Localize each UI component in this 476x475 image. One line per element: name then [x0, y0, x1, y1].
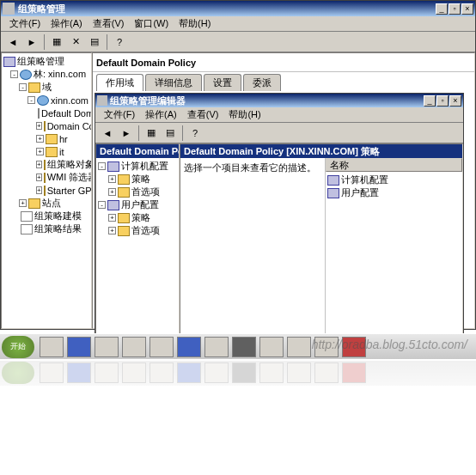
ou-icon [46, 147, 58, 157]
delete-button[interactable]: ✕ [67, 33, 84, 51]
close-button[interactable]: × [461, 3, 473, 15]
task-item[interactable] [67, 337, 91, 357]
outer-titlebar[interactable]: 组策略管理 _ ▫ × [1, 1, 475, 16]
minimize-button[interactable]: _ [436, 3, 448, 15]
expand-wmi[interactable]: + [36, 174, 42, 181]
editor-forward-button[interactable]: ► [118, 125, 135, 142]
tree-item-4[interactable]: 组策略对象 [47, 158, 92, 171]
expand-domain[interactable]: - [27, 96, 35, 104]
editor-maximize-button[interactable]: ▫ [436, 95, 449, 107]
menu-action[interactable]: 操作(A) [46, 16, 88, 31]
expand-upol[interactable]: + [108, 214, 116, 222]
task-item[interactable] [150, 337, 174, 357]
task-item[interactable] [40, 337, 64, 357]
properties-button[interactable]: ▤ [86, 33, 103, 51]
editor-back-button[interactable]: ◄ [99, 125, 116, 142]
folder-icon [118, 226, 130, 236]
editor-titlebar[interactable]: 组策略管理编辑器 _ ▫ × [95, 94, 463, 107]
tree-user-config[interactable]: 用户配置 [121, 198, 159, 211]
results-icon [21, 224, 33, 234]
expand-uprefs[interactable]: + [108, 227, 116, 234]
menu-window[interactable]: 窗口(W) [129, 16, 174, 31]
tree-sites[interactable]: 站点 [42, 197, 61, 210]
tab-scope[interactable]: 作用域 [96, 74, 143, 91]
tree-item-0[interactable]: Default Domain [41, 108, 92, 119]
expand-user[interactable]: - [98, 201, 106, 209]
details-tabs: 作用域 详细信息 设置 委派 [93, 72, 474, 91]
editor-menu-help[interactable]: 帮助(H) [223, 107, 265, 122]
expand-cprefs[interactable]: + [108, 188, 116, 196]
tree-forest[interactable]: 林: xinn.com [34, 68, 86, 81]
task-item[interactable] [177, 337, 201, 357]
gpme-window: 组策略管理编辑器 _ ▫ × 文件(F) 操作(A) 查看(V) 帮助(H) ◄… [95, 93, 464, 359]
name-column-header[interactable]: 名称 [326, 158, 463, 172]
editor-menu-action[interactable]: 操作(A) [140, 107, 182, 122]
start-button[interactable]: 开始 [2, 336, 34, 358]
tree-comp-policies[interactable]: 策略 [131, 173, 150, 186]
tree-results[interactable]: 组策略结果 [34, 222, 82, 235]
editor-list-button[interactable]: ▤ [162, 125, 179, 142]
tree-root[interactable]: 组策略管理 [17, 55, 64, 68]
expand-domains[interactable]: - [19, 83, 27, 91]
domain-icon [37, 95, 49, 106]
user-icon [327, 188, 339, 198]
expand-hr[interactable]: + [36, 135, 44, 143]
tree-item-3[interactable]: it [59, 147, 64, 157]
expand-dc[interactable]: + [36, 122, 42, 130]
expand-forest[interactable]: - [10, 70, 18, 78]
folder-icon [118, 174, 130, 185]
task-item[interactable] [314, 337, 339, 357]
editor-tree-button[interactable]: ▦ [143, 125, 160, 142]
expand-computer[interactable]: - [98, 162, 106, 170]
forward-button[interactable]: ► [23, 33, 40, 51]
editor-close-button[interactable]: × [449, 95, 461, 107]
expand-starter[interactable]: + [36, 186, 42, 194]
tree-computer-config[interactable]: 计算机配置 [121, 160, 168, 173]
help-button[interactable]: ? [111, 33, 128, 51]
menu-help[interactable]: 帮助(H) [174, 16, 216, 31]
expand-sites[interactable]: + [19, 199, 27, 207]
ou-icon [44, 121, 46, 131]
editor-tree-pane[interactable]: Default Domain Policy [XIN.X -计算机配置 +策略 … [95, 143, 180, 336]
editor-minimize-button[interactable]: _ [424, 95, 436, 107]
computer-icon [107, 161, 119, 172]
task-item[interactable] [122, 337, 146, 357]
menu-view[interactable]: 查看(V) [88, 16, 130, 31]
list-item[interactable]: 计算机配置 [327, 174, 461, 186]
task-item[interactable] [259, 337, 284, 357]
tree-user-policies[interactable]: 策略 [131, 211, 150, 224]
tree-modeling[interactable]: 组策略建模 [34, 210, 82, 222]
editor-app-icon [97, 95, 107, 106]
editor-help-button[interactable]: ? [186, 125, 204, 142]
task-item[interactable] [342, 337, 366, 357]
tree-comp-prefs[interactable]: 首选项 [131, 186, 160, 198]
task-item[interactable] [287, 337, 311, 357]
tree-user-prefs[interactable]: 首选项 [131, 224, 160, 237]
tree-item-2[interactable]: hr [59, 134, 68, 144]
tree-domains[interactable]: 域 [42, 81, 52, 94]
task-item[interactable] [95, 337, 119, 357]
tree-item-1[interactable]: Domain Control [47, 121, 92, 131]
tab-settings[interactable]: 设置 [204, 74, 241, 91]
show-tree-button[interactable]: ▦ [48, 33, 65, 51]
list-item[interactable]: 用户配置 [327, 186, 461, 199]
expand-cpol[interactable]: + [108, 175, 116, 183]
domains-icon [28, 82, 40, 93]
expand-it[interactable]: + [36, 148, 44, 155]
tree-domain[interactable]: xinn.com [51, 95, 88, 106]
tree-item-5[interactable]: WMI 筛选器 [47, 171, 92, 184]
tree-item-6[interactable]: Starter GPO [47, 186, 92, 196]
sites-icon [28, 198, 40, 209]
back-button[interactable]: ◄ [4, 33, 21, 51]
editor-menu-view[interactable]: 查看(V) [182, 107, 224, 122]
editor-menu-file[interactable]: 文件(F) [99, 107, 140, 122]
task-item[interactable] [204, 337, 229, 357]
editor-title: 组策略管理编辑器 [110, 94, 424, 107]
tab-delegation[interactable]: 委派 [243, 74, 281, 91]
menu-file[interactable]: 文件(F) [4, 16, 46, 31]
expand-gpos[interactable]: + [36, 161, 42, 168]
tab-details[interactable]: 详细信息 [145, 74, 202, 91]
maximize-button[interactable]: ▫ [449, 3, 461, 15]
task-item[interactable] [232, 337, 256, 357]
console-tree[interactable]: 组策略管理 -林: xinn.com -域 -xinn.com Default … [1, 52, 92, 329]
